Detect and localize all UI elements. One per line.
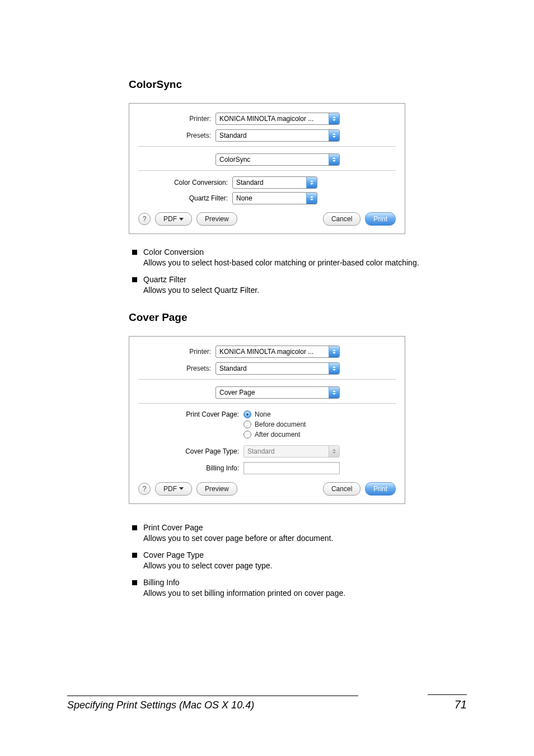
- cancel-button[interactable]: Cancel: [323, 212, 360, 226]
- pdf-menu-button[interactable]: PDF: [155, 482, 192, 496]
- print-label: Print: [373, 485, 387, 493]
- help-button[interactable]: ?: [138, 213, 151, 225]
- radio-after[interactable]: After document: [243, 430, 306, 440]
- dialog-coverpage: Printer: KONICA MINOLTA magicolor ... Pr…: [129, 336, 405, 504]
- radio-before[interactable]: Before document: [243, 419, 306, 430]
- help-icon: ?: [143, 485, 147, 493]
- radio-none-label: None: [255, 410, 271, 418]
- presets-label: Presets:: [138, 132, 216, 139]
- radio-before-label: Before document: [255, 421, 306, 428]
- chevron-updown-icon: [329, 113, 339, 124]
- bullet-desc: Allows you to set billing information pr…: [143, 588, 420, 599]
- printer-select[interactable]: KONICA MINOLTA magicolor ...: [216, 113, 340, 125]
- cover-page-type-value: Standard: [244, 447, 329, 455]
- print-label: Print: [373, 215, 387, 223]
- radio-after-label: After document: [255, 431, 300, 438]
- bullet-desc: Allows you to set cover page before or a…: [143, 533, 420, 544]
- radio-icon: [243, 421, 251, 428]
- page-number: 71: [428, 694, 467, 711]
- color-conversion-value: Standard: [233, 179, 306, 186]
- divider: [138, 146, 396, 147]
- page-footer: Specifying Print Settings (Mac OS X 10.4…: [67, 694, 467, 711]
- billing-info-label: Billing Info:: [138, 464, 243, 472]
- quartz-filter-value: None: [233, 194, 306, 202]
- coverpage-bullets: Print Cover Page Allows you to set cover…: [129, 523, 420, 599]
- bullet-desc: Allows you to select host-based color ma…: [143, 258, 420, 268]
- bullet-term: Print Cover Page: [143, 523, 420, 532]
- panel-select[interactable]: ColorSync: [216, 153, 340, 166]
- bullet-desc: Allows you to select cover page type.: [143, 561, 420, 571]
- chevron-updown-icon: [329, 363, 339, 374]
- chevron-updown-icon: [329, 446, 339, 457]
- list-item: Cover Page Type Allows you to select cov…: [129, 550, 420, 571]
- panel-select[interactable]: Cover Page: [216, 386, 340, 399]
- bullet-term: Quartz Filter: [143, 275, 420, 284]
- bullet-term: Cover Page Type: [143, 550, 420, 559]
- cover-page-type-select: Standard: [243, 445, 340, 458]
- radio-icon: [243, 431, 251, 438]
- pdf-menu-button[interactable]: PDF: [155, 212, 192, 226]
- print-cover-page-label: Print Cover Page:: [138, 409, 243, 418]
- divider: [138, 379, 396, 380]
- help-button[interactable]: ?: [138, 483, 151, 495]
- radio-icon: [243, 410, 251, 418]
- presets-select[interactable]: Standard: [216, 129, 340, 142]
- dialog-colorsync: Printer: KONICA MINOLTA magicolor ... Pr…: [129, 103, 405, 234]
- page: ColorSync Printer: KONICA MINOLTA magico…: [0, 0, 534, 756]
- footer-title: Specifying Print Settings (Mac OS X 10.4…: [67, 696, 358, 711]
- bullet-desc: Allows you to select Quartz Filter.: [143, 285, 420, 296]
- colorsync-bullets: Color Conversion Allows you to select ho…: [129, 248, 420, 296]
- print-button[interactable]: Print: [365, 212, 396, 226]
- quartz-filter-select[interactable]: None: [232, 192, 317, 204]
- printer-select[interactable]: KONICA MINOLTA magicolor ...: [216, 346, 340, 358]
- list-item: Color Conversion Allows you to select ho…: [129, 248, 420, 268]
- chevron-updown-icon: [329, 130, 339, 141]
- presets-select-value: Standard: [216, 132, 329, 139]
- cancel-label: Cancel: [331, 215, 352, 223]
- content-column: ColorSync Printer: KONICA MINOLTA magico…: [129, 78, 420, 598]
- color-conversion-select[interactable]: Standard: [232, 176, 317, 189]
- radio-none[interactable]: None: [243, 409, 306, 419]
- chevron-updown-icon: [306, 193, 317, 204]
- pdf-label: PDF: [163, 215, 177, 223]
- printer-label: Printer:: [138, 115, 216, 123]
- preview-label: Preview: [205, 215, 229, 223]
- heading-colorsync: ColorSync: [129, 78, 420, 91]
- printer-select-value: KONICA MINOLTA magicolor ...: [216, 348, 329, 356]
- panel-select-value: ColorSync: [216, 156, 329, 164]
- bullet-term: Color Conversion: [143, 248, 420, 256]
- chevron-updown-icon: [329, 346, 339, 357]
- chevron-updown-icon: [329, 387, 339, 398]
- panel-select-value: Cover Page: [216, 389, 329, 396]
- list-item: Quartz Filter Allows you to select Quart…: [129, 275, 420, 296]
- printer-label: Printer:: [138, 348, 216, 356]
- divider: [138, 170, 396, 171]
- chevron-updown-icon: [306, 177, 317, 188]
- divider: [138, 403, 396, 404]
- print-cover-page-radio-group: None Before document After document: [243, 409, 306, 440]
- cancel-label: Cancel: [331, 485, 352, 493]
- list-item: Print Cover Page Allows you to set cover…: [129, 523, 420, 544]
- cancel-button[interactable]: Cancel: [323, 482, 360, 496]
- printer-select-value: KONICA MINOLTA magicolor ...: [216, 115, 329, 123]
- help-icon: ?: [143, 215, 147, 223]
- triangle-down-icon: [179, 218, 184, 221]
- list-item: Billing Info Allows you to set billing i…: [129, 578, 420, 599]
- presets-select[interactable]: Standard: [216, 362, 340, 375]
- cover-page-type-label: Cover Page Type:: [138, 447, 243, 455]
- presets-label: Presets:: [138, 365, 216, 372]
- presets-select-value: Standard: [216, 365, 329, 372]
- print-button[interactable]: Print: [365, 482, 396, 496]
- bullet-term: Billing Info: [143, 578, 420, 587]
- color-conversion-label: Color Conversion:: [138, 179, 232, 186]
- quartz-filter-label: Quartz Filter:: [138, 194, 232, 202]
- triangle-down-icon: [179, 487, 184, 490]
- heading-coverpage: Cover Page: [129, 311, 420, 324]
- preview-button[interactable]: Preview: [196, 482, 237, 496]
- chevron-updown-icon: [329, 154, 339, 165]
- preview-label: Preview: [205, 485, 229, 493]
- preview-button[interactable]: Preview: [196, 212, 237, 226]
- pdf-label: PDF: [163, 485, 177, 493]
- billing-info-field[interactable]: [243, 462, 340, 474]
